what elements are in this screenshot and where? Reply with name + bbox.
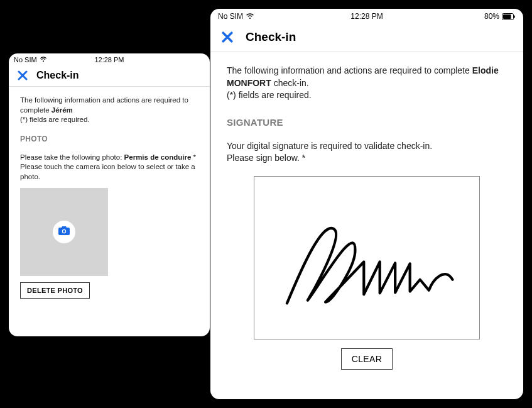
camera-icon <box>58 225 70 240</box>
photo-document-name: Permis de conduire <box>124 153 192 161</box>
section-title-signature: SIGNATURE <box>227 116 507 129</box>
status-time: 12:28 PM <box>350 12 383 21</box>
photo-placeholder[interactable] <box>20 188 108 276</box>
close-icon[interactable] <box>18 70 28 80</box>
clear-button[interactable]: CLEAR <box>341 348 393 370</box>
header: Check-in <box>210 23 523 52</box>
close-icon[interactable] <box>222 31 233 43</box>
battery-icon <box>502 13 516 20</box>
intro-text: The following information and actions ar… <box>20 96 198 125</box>
status-bar: No SIM 12:28 PM <box>9 53 210 65</box>
camera-button[interactable] <box>53 221 75 243</box>
status-bar: No SIM 12:28 PM 80% <box>210 9 523 23</box>
signature-instruction: Your digital signature is required to va… <box>227 140 507 165</box>
wifi-icon <box>246 13 254 19</box>
svg-rect-3 <box>503 14 511 19</box>
guest-name: Jérém <box>52 106 73 114</box>
header: Check-in <box>9 65 210 87</box>
svg-rect-4 <box>514 15 516 18</box>
status-time: 12:28 PM <box>94 56 124 63</box>
intro-text: The following information and actions ar… <box>227 65 507 102</box>
wifi-icon <box>40 57 47 62</box>
delete-photo-button[interactable]: DELETE PHOTO <box>20 282 90 299</box>
page-title: Check-in <box>36 70 79 81</box>
signature-stroke-icon <box>266 197 467 319</box>
status-battery-pct: 80% <box>484 12 499 21</box>
photo-instruction: Please take the following photo: Permis … <box>20 153 198 182</box>
section-title-photo: PHOTO <box>20 134 198 144</box>
status-carrier: No SIM <box>218 12 243 21</box>
device-left-frame: No SIM 12:28 PM Check-in The following i… <box>9 53 210 336</box>
content-area: The following information and actions ar… <box>210 52 523 382</box>
status-carrier: No SIM <box>14 56 37 63</box>
page-title: Check-in <box>246 30 296 44</box>
svg-point-1 <box>63 230 65 233</box>
signature-pad[interactable] <box>254 176 480 339</box>
device-right-frame: No SIM 12:28 PM 80% Check-in The followi… <box>210 9 523 399</box>
content-area: The following information and actions ar… <box>9 87 210 307</box>
